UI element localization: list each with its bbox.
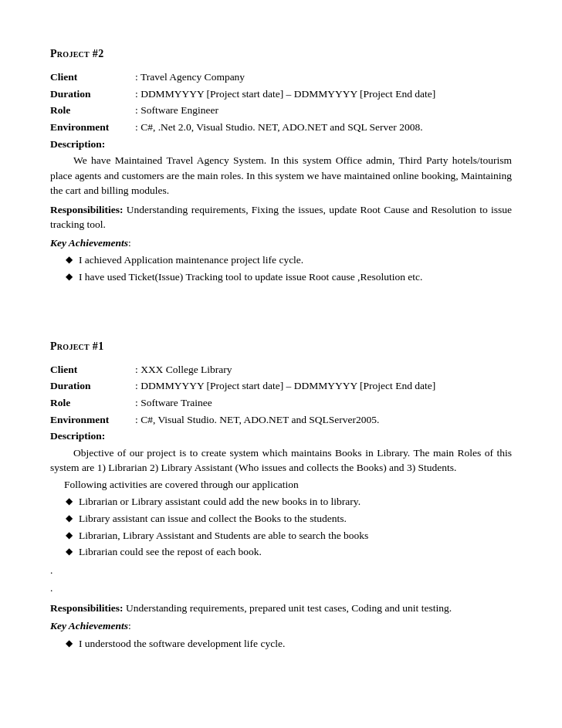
project1-description-text: Objective of our project is to create sy… <box>50 445 512 476</box>
project2-duration-value: : DDMMYYYY [Project start date] – DDMMYY… <box>135 86 512 102</box>
bullet-diamond-icon: ◆ <box>66 544 73 558</box>
project2-description-row: Description: <box>50 137 512 152</box>
project2-key-achievements-label: Key Achievements <box>50 237 128 249</box>
project2-section: Project #2 Client : Travel Agency Compan… <box>50 46 512 285</box>
project1-activity-2: Library assistant can issue and collect … <box>79 511 347 527</box>
list-item: ◆ I achieved Application maintenance pro… <box>66 252 512 268</box>
project1-key-achievements-label: Key Achievements <box>50 620 128 631</box>
project1-description-label: Description: <box>50 428 105 444</box>
bullet-diamond-icon: ◆ <box>66 528 73 542</box>
project1-achievement-1: I understood the software development li… <box>79 636 285 652</box>
project2-achievement-1: I achieved Application maintenance proje… <box>79 252 303 268</box>
project2-environment-label: Environment <box>50 120 135 135</box>
project1-environment-value: : C#, Visual Studio. NET, ADO.NET and SQ… <box>135 412 512 428</box>
project1-role-value: : Software Trainee <box>135 395 512 411</box>
project2-key-achievements-colon: : <box>128 237 131 249</box>
list-item: ◆ Librarian or Library assistant could a… <box>66 494 512 510</box>
project2-role-row: Role : Software Engineer <box>50 103 512 118</box>
project2-description-label: Description: <box>50 137 105 152</box>
project2-key-achievements-label-row: Key Achievements: <box>50 235 512 251</box>
list-item: ◆ Librarian could see the repost of each… <box>66 544 512 560</box>
project2-environment-value: : C#, .Net 2.0, Visual Studio. NET, ADO.… <box>135 120 512 135</box>
project1-client-label: Client <box>50 362 135 378</box>
project1-section: Project #1 Client : XXX College Library … <box>50 339 512 652</box>
bullet-diamond-icon: ◆ <box>66 511 73 525</box>
project1-following-text: Following activities are covered through… <box>50 477 512 493</box>
project1-role-row: Role : Software Trainee <box>50 395 512 411</box>
project1-description-row: Description: <box>50 428 512 444</box>
project1-client-value: : XXX College Library <box>135 362 512 378</box>
dot-line-2: . <box>50 581 512 596</box>
project1-activity-1: Librarian or Library assistant could add… <box>79 494 361 510</box>
project1-responsibilities-label: Responsibilities: <box>50 602 124 614</box>
project2-client-row: Client : Travel Agency Company <box>50 69 512 85</box>
project1-role-label: Role <box>50 395 135 411</box>
list-item: ◆ I have used Ticket(Issue) Tracking too… <box>66 269 512 285</box>
project1-duration-value: : DDMMYYYY [Project start date] – DDMMYY… <box>135 378 512 394</box>
project1-environment-row: Environment : C#, Visual Studio. NET, AD… <box>50 412 512 428</box>
project1-activity-3: Librarian, Library Assistant and Student… <box>79 528 368 543</box>
project2-achievements-list: ◆ I achieved Application maintenance pro… <box>50 252 512 284</box>
project1-key-achievements-label-row: Key Achievements: <box>50 618 512 634</box>
list-item: ◆ Librarian, Library Assistant and Stude… <box>66 528 512 543</box>
project2-heading: Project #2 <box>50 46 512 62</box>
project1-client-row: Client : XXX College Library <box>50 362 512 378</box>
project2-responsibilities-label: Responsibilities: <box>50 204 124 215</box>
project1-key-achievements-colon: : <box>128 620 131 631</box>
project1-activities-list: ◆ Librarian or Library assistant could a… <box>50 494 512 559</box>
project2-client-value: : Travel Agency Company <box>135 69 512 85</box>
project2-description-text: We have Maintained Travel Agency System.… <box>50 153 512 198</box>
bullet-diamond-icon: ◆ <box>66 269 73 283</box>
project1-duration-row: Duration : DDMMYYYY [Project start date]… <box>50 378 512 394</box>
list-item: ◆ Library assistant can issue and collec… <box>66 511 512 527</box>
project1-achievements-list: ◆ I understood the software development … <box>50 636 512 652</box>
project1-duration-label: Duration <box>50 378 135 394</box>
project2-responsibilities-row: Responsibilities: Understanding requirem… <box>50 202 512 232</box>
spacer <box>50 308 512 339</box>
project2-duration-row: Duration : DDMMYYYY [Project start date]… <box>50 86 512 102</box>
project2-role-value: : Software Engineer <box>135 103 512 118</box>
project1-heading: Project #1 <box>50 339 512 354</box>
project2-client-label: Client <box>50 69 135 85</box>
project1-responsibilities-row: Responsibilities: Understanding requirem… <box>50 601 512 616</box>
bullet-diamond-icon: ◆ <box>66 636 73 650</box>
project2-duration-label: Duration <box>50 86 135 102</box>
project2-environment-row: Environment : C#, .Net 2.0, Visual Studi… <box>50 120 512 135</box>
bullet-diamond-icon: ◆ <box>66 252 73 266</box>
project1-environment-label: Environment <box>50 412 135 428</box>
project1-responsibilities-text: Understanding requirements, prepared uni… <box>124 602 452 614</box>
project1-activity-4: Librarian could see the repost of each b… <box>79 544 262 560</box>
project2-achievement-2: I have used Ticket(Issue) Tracking tool … <box>79 269 422 285</box>
dot-line-1: . <box>50 563 512 578</box>
project2-role-label: Role <box>50 103 135 118</box>
list-item: ◆ I understood the software development … <box>66 636 512 652</box>
bullet-diamond-icon: ◆ <box>66 494 73 508</box>
